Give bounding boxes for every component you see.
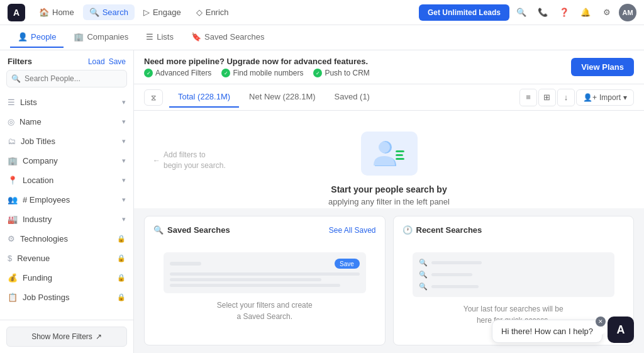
nav-engage[interactable]: ▷ Engage — [137, 4, 187, 20]
upgrade-banner: Need more pipeline? Upgrade now for adva… — [134, 50, 644, 84]
company-filter-icon: 🏢 — [8, 156, 18, 165]
lock-icon: 🔒 — [117, 235, 126, 243]
saved-searches-tab-icon: 🔖 — [191, 32, 201, 42]
lists-filter-icon: ☰ — [8, 98, 15, 107]
svg-rect-4 — [396, 158, 404, 160]
lock-icon: 🔒 — [117, 293, 126, 301]
filter-job-postings[interactable]: 📋 Job Postings 🔒 — [0, 288, 133, 307]
filter-employees[interactable]: 👥 # Employees ▾ — [0, 190, 133, 210]
settings-icon-btn[interactable]: ⚙ — [597, 3, 616, 22]
view-plans-button[interactable]: View Plans — [571, 58, 634, 76]
export-button[interactable]: ↓ — [557, 89, 575, 106]
phone-icon-btn[interactable]: 📞 — [533, 3, 552, 22]
industry-filter-icon: 🏭 — [8, 215, 18, 224]
employees-filter-icon: 👥 — [8, 195, 18, 205]
empty-state-text: Start your people search by applying any… — [328, 184, 450, 206]
search-icon-btn[interactable]: 🔍 — [512, 3, 531, 22]
import-button[interactable]: 👤+ Import ▾ — [576, 89, 634, 106]
chat-message: Hi there! How can I help? — [501, 327, 593, 336]
nav-search[interactable]: 🔍 Search — [83, 4, 135, 20]
filters-list: ☰ Lists ▾ ◎ Name ▾ 🗂 Job Titles ▾ — [0, 92, 133, 320]
bell-icon-btn[interactable]: 🔔 — [576, 3, 595, 22]
tab-saved[interactable]: Saved (1) — [326, 87, 379, 108]
tab-net-new[interactable]: Net New (228.1M) — [240, 87, 324, 108]
name-filter-icon: ◎ — [8, 117, 14, 126]
content-main: ← Add filters to begin your search. — [134, 111, 644, 208]
help-icon-btn[interactable]: ❓ — [555, 3, 574, 22]
chevron-down-icon: ▾ — [122, 157, 126, 165]
people-tab-icon: 👤 — [18, 32, 28, 42]
empty-state-graphic — [361, 132, 418, 176]
show-more-filters-button[interactable]: Show More Filters ↗ — [6, 327, 127, 347]
avatar[interactable]: AM — [619, 4, 636, 21]
app-logo[interactable]: A — [8, 4, 25, 21]
filter-company[interactable]: 🏢 Company ▾ — [0, 151, 133, 171]
filter-lists[interactable]: ☰ Lists ▾ — [0, 92, 133, 112]
engage-icon: ▷ — [143, 8, 150, 17]
sidebar-header: Filters Load Save — [0, 50, 133, 70]
main-layout: Filters Load Save 🔍 ☰ Lists ▾ ◎ Name — [0, 50, 644, 353]
nav-home[interactable]: 🏠 Home — [33, 4, 80, 20]
sidebar-search-icon: 🔍 — [11, 74, 21, 83]
svg-rect-3 — [396, 154, 403, 156]
search-people-input[interactable] — [6, 70, 127, 87]
add-filters-hint: ← Add filters to begin your search. — [153, 150, 226, 171]
tab-saved-searches[interactable]: 🔖 Saved Searches — [184, 27, 272, 48]
saved-searches-card-icon: 🔍 — [153, 225, 164, 235]
sidebar: Filters Load Save 🔍 ☰ Lists ▾ ◎ Name — [0, 50, 134, 353]
saved-searches-empty-text: Select your filters and create a Saved S… — [217, 300, 313, 322]
load-button[interactable]: Load — [88, 57, 105, 66]
chevron-down-icon: ▾ — [623, 93, 627, 102]
person-add-icon: 👤+ — [583, 93, 597, 102]
filter-icon: ⧖ — [151, 93, 156, 102]
check-icon: ✓ — [144, 69, 153, 77]
filter-industry[interactable]: 🏭 Industry ▾ — [0, 210, 133, 229]
home-icon: 🏠 — [39, 8, 49, 17]
people-graphic-svg — [372, 138, 406, 169]
content-area: Need more pipeline? Upgrade now for adva… — [134, 50, 644, 353]
saved-searches-card: 🔍 Saved Searches See All Saved Save — [144, 216, 386, 345]
filter-toggle-button[interactable]: ⧖ — [144, 89, 163, 106]
filter-location[interactable]: 📍 Location ▾ — [0, 171, 133, 190]
tab-total[interactable]: Total (228.1M) — [169, 87, 239, 108]
sidebar-footer: Show More Filters ↗ — [0, 320, 133, 353]
search-result-tabs: ⧖ Total (228.1M) Net New (228.1M) Saved … — [134, 84, 644, 111]
filter-job-titles[interactable]: 🗂 Job Titles ▾ — [0, 132, 133, 151]
chevron-down-icon: ▾ — [122, 176, 126, 184]
chevron-down-icon: ▾ — [122, 137, 126, 145]
feature-advanced-filters: ✓ Advanced Filters — [144, 69, 211, 77]
filter-revenue[interactable]: $ Revenue 🔒 — [0, 249, 133, 268]
save-button[interactable]: Save — [109, 57, 126, 66]
sidebar-title: Filters — [8, 57, 32, 66]
get-unlimited-leads-button[interactable]: Get Unlimited Leads — [419, 4, 509, 21]
chevron-down-icon: ▾ — [122, 98, 126, 106]
list-view-button[interactable]: ≡ — [519, 89, 537, 106]
see-all-saved-link[interactable]: See All Saved — [329, 226, 376, 235]
enrich-icon: ◇ — [196, 8, 203, 17]
job-titles-filter-icon: 🗂 — [8, 137, 16, 146]
tab-people[interactable]: 👤 People — [10, 27, 64, 48]
tab-companies[interactable]: 🏢 Companies — [66, 27, 136, 48]
tab-lists[interactable]: ☰ Lists — [138, 27, 181, 48]
lock-icon: 🔒 — [117, 254, 126, 262]
chat-avatar[interactable]: A — [608, 317, 634, 343]
upgrade-banner-title: Need more pipeline? Upgrade now for adva… — [144, 57, 368, 66]
job-postings-filter-icon: 📋 — [8, 293, 18, 302]
external-link-icon: ↗ — [96, 332, 102, 341]
grid-view-button[interactable]: ⊞ — [538, 89, 556, 106]
funding-filter-icon: 💰 — [8, 273, 18, 283]
chat-widget: ✕ Hi there! How can I help? A — [492, 317, 634, 343]
filter-technologies[interactable]: ⚙ Technologies 🔒 — [0, 229, 133, 249]
filter-funding[interactable]: 💰 Funding 🔒 — [0, 268, 133, 288]
feature-push-crm: ✓ Push to CRM — [313, 69, 369, 77]
top-nav: A 🏠 Home 🔍 Search ▷ Engage ◇ Enrich Get … — [0, 0, 644, 25]
location-filter-icon: 📍 — [8, 176, 18, 185]
filter-name[interactable]: ◎ Name ▾ — [0, 112, 133, 132]
nav-enrich[interactable]: ◇ Enrich — [190, 4, 235, 20]
svg-point-1 — [379, 142, 390, 153]
svg-rect-2 — [396, 150, 404, 152]
saved-searches-empty: Save Select your filters and create a Sa… — [153, 242, 376, 332]
chat-close-button[interactable]: ✕ — [596, 317, 606, 327]
upgrade-features: ✓ Advanced Filters ✓ Find mobile numbers… — [144, 69, 370, 77]
check-icon: ✓ — [221, 69, 230, 77]
